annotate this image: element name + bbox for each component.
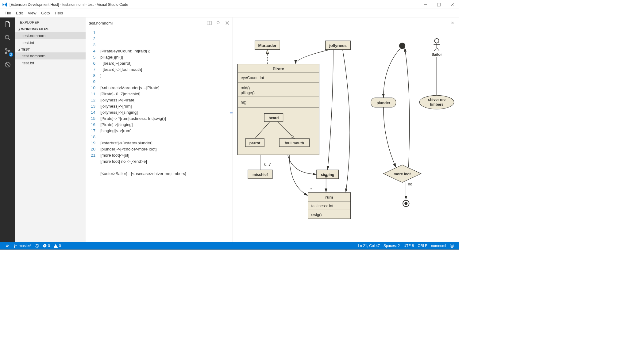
svg-point-7: [6, 52, 7, 54]
search-icon: [4, 34, 11, 41]
status-encoding[interactable]: UTF-8: [402, 244, 416, 248]
menu-goto[interactable]: Goto: [39, 10, 52, 16]
svg-line-5: [8, 38, 10, 40]
svg-text:singing: singing: [321, 173, 334, 177]
svg-text:jollyness: jollyness: [329, 43, 347, 48]
status-bar: master* 0 0 Ln 21, Col 47 Spaces: 2 UTF-…: [0, 242, 459, 249]
close-tab-button[interactable]: [225, 21, 229, 25]
svg-text:eyeCount: Int: eyeCount: Int: [241, 75, 264, 80]
status-cursor-position[interactable]: Ln 21, Col 47: [356, 244, 382, 248]
svg-text:pillage(): pillage(): [241, 90, 255, 95]
preview-button[interactable]: [216, 21, 221, 25]
status-remote[interactable]: [3, 244, 11, 248]
git-badge: 2: [9, 52, 13, 57]
svg-text:foul mouth: foul mouth: [285, 141, 304, 145]
close-icon: [450, 3, 454, 6]
sidebar-title: EXPLORER: [15, 17, 86, 26]
files-icon: [4, 21, 11, 28]
actor-sailor: [434, 39, 440, 51]
svg-text:Pirate: Pirate: [273, 67, 284, 71]
status-warnings[interactable]: 0: [52, 244, 63, 248]
svg-text:Marauder: Marauder: [258, 43, 277, 48]
activity-bar: 2: [0, 17, 15, 242]
code-area[interactable]: [Pirate|eyeCount: Int|raid();pillage()|h…: [98, 29, 233, 242]
minimize-button[interactable]: [418, 0, 432, 9]
menu-view[interactable]: View: [25, 10, 39, 16]
svg-text:*: *: [310, 187, 312, 192]
svg-point-52: [399, 43, 405, 49]
svg-point-75: [450, 244, 454, 248]
svg-text:rum: rum: [325, 195, 333, 200]
status-language[interactable]: nomnoml: [429, 244, 448, 248]
line-gutter: 123456789101112131415161718192021: [86, 29, 98, 242]
svg-text:Sailor: Sailor: [431, 52, 442, 57]
smiley-icon: [450, 244, 454, 248]
menu-edit[interactable]: Edit: [13, 10, 25, 16]
activity-debug[interactable]: [3, 60, 12, 69]
editor-tab-row: test.nomnoml: [86, 17, 233, 29]
svg-text:more loot: more loot: [394, 172, 411, 176]
close-button[interactable]: [445, 0, 459, 9]
nomnoml-diagram: Marauder jollyness Pirate eyeCount: Int …: [233, 17, 459, 242]
activity-search[interactable]: [3, 33, 12, 42]
svg-text:timbers: timbers: [430, 102, 443, 107]
error-icon: [43, 244, 47, 248]
working-file-0[interactable]: test.nomnoml: [15, 32, 86, 39]
svg-text:raid(): raid(): [241, 86, 250, 90]
status-eol[interactable]: CRLF: [416, 244, 429, 248]
code-editor[interactable]: 123456789101112131415161718192021 [Pirat…: [86, 29, 233, 242]
section-working-files[interactable]: WORKING FILES: [15, 26, 86, 32]
svg-text:hi(): hi(): [241, 100, 246, 105]
warning-icon: [54, 244, 58, 248]
split-icon: [207, 21, 212, 25]
svg-text:parrot: parrot: [249, 141, 260, 145]
svg-line-62: [434, 48, 437, 51]
menu-help[interactable]: Help: [52, 10, 66, 16]
folder-file-1[interactable]: test.txt: [15, 59, 86, 67]
menubar: File Edit View Goto Help: [0, 9, 459, 17]
svg-line-63: [437, 48, 439, 51]
sidebar: EXPLORER WORKING FILES test.nomnoml test…: [15, 17, 86, 242]
svg-point-13: [217, 21, 219, 24]
svg-rect-1: [437, 3, 440, 6]
svg-point-58: [404, 202, 407, 205]
bug-icon: [4, 61, 11, 68]
svg-line-14: [219, 24, 220, 25]
editor-group: test.nomnoml 123456789101112131415161718…: [86, 17, 459, 242]
status-errors[interactable]: 0: [41, 244, 52, 248]
status-sync[interactable]: [33, 244, 41, 248]
menu-file[interactable]: File: [2, 10, 13, 16]
svg-text:swig(): swig(): [311, 212, 322, 217]
titlebar: [Extension Development Host] - test.nomn…: [0, 0, 459, 9]
vscode-logo-icon: [2, 2, 8, 7]
window-title: [Extension Development Host] - test.nomn…: [10, 2, 418, 7]
svg-point-59: [434, 39, 439, 43]
editor-tab[interactable]: test.nomnoml: [89, 21, 207, 25]
svg-text:0..7: 0..7: [264, 162, 271, 167]
maximize-button[interactable]: [432, 0, 445, 9]
status-git-branch[interactable]: master*: [11, 244, 33, 248]
preview-icon: [216, 21, 221, 25]
close-preview-button[interactable]: ✕: [451, 21, 454, 25]
svg-line-10: [6, 63, 10, 67]
branch-icon: [13, 244, 17, 248]
remote-icon: [5, 244, 10, 248]
minimize-icon: [423, 3, 427, 6]
editor-code-pane: test.nomnoml 123456789101112131415161718…: [86, 17, 233, 242]
overview-mark: [230, 112, 233, 119]
svg-text:mischief: mischief: [253, 173, 268, 177]
svg-text:tastiness: Int: tastiness: Int: [311, 204, 334, 208]
folder-file-0[interactable]: test.nomnoml: [15, 52, 86, 59]
status-feedback[interactable]: [448, 244, 456, 248]
status-spaces[interactable]: Spaces: 2: [382, 244, 402, 248]
split-editor-button[interactable]: [207, 21, 212, 25]
activity-explorer[interactable]: [3, 20, 12, 29]
window-controls: [418, 0, 459, 9]
svg-text:shiver me: shiver me: [428, 97, 445, 102]
section-test[interactable]: TEST: [15, 46, 86, 52]
activity-git[interactable]: 2: [3, 47, 12, 55]
working-file-1[interactable]: test.txt: [15, 39, 86, 46]
svg-point-76: [451, 245, 451, 245]
maximize-icon: [437, 3, 441, 6]
svg-text:no: no: [408, 182, 412, 186]
